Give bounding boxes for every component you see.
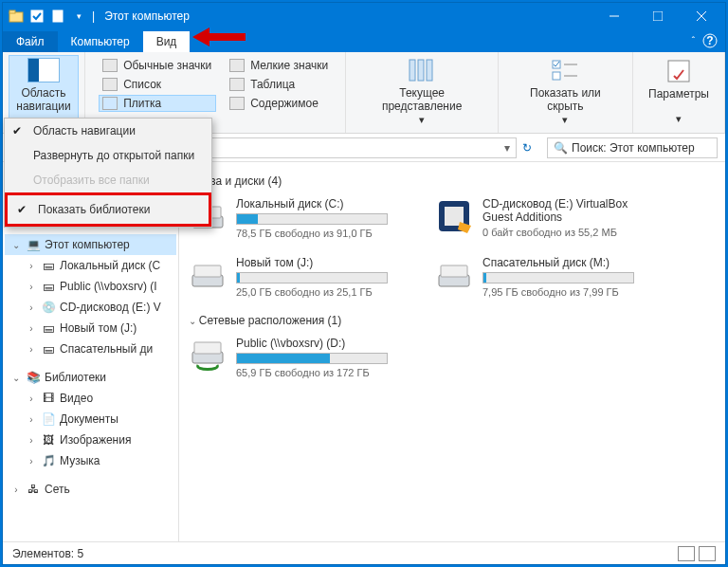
svg-rect-3 (53, 10, 63, 22)
libraries-icon: 📚 (26, 370, 41, 385)
svg-rect-11 (410, 60, 415, 81)
tree-docs[interactable]: ›📄Документы (5, 409, 176, 430)
tree-cddrive[interactable]: ›💿CD-дисковод (E:) V (5, 297, 176, 318)
tree-libraries[interactable]: ⌄📚Библиотеки (5, 367, 176, 388)
tree-thispc[interactable]: ⌄💻Этот компьютер (5, 234, 176, 255)
qat-dropdown-icon[interactable]: ▾ (71, 9, 86, 24)
tree-music[interactable]: ›🎵Музыка (5, 450, 176, 471)
tab-view[interactable]: Вид (143, 31, 191, 52)
svg-marker-8 (192, 27, 246, 46)
view-small[interactable]: Мелкие значки (226, 57, 332, 74)
vbox-icon (435, 197, 473, 235)
svg-rect-28 (441, 265, 467, 277)
view-table[interactable]: Таблица (226, 76, 332, 93)
svg-rect-13 (427, 60, 432, 81)
tree-network[interactable]: ›🖧Сеть (5, 479, 176, 500)
netdrives-grid: Public (\\vboxsrv) (D:)65,9 ГБ свободно … (189, 337, 716, 378)
section-devices[interactable]: ⌄ ства и диски (4) (189, 174, 716, 188)
checkbox-list-icon (550, 58, 580, 82)
help-icon[interactable]: ? (702, 33, 718, 48)
netdrive-icon: 🖴 (41, 279, 56, 294)
dropdown-expand[interactable]: Развернуть до открытой папки (5, 143, 211, 168)
view-list: Обычные значки Мелкие значки Список Табл… (95, 55, 336, 114)
drive-icon: 🖴 (41, 341, 56, 357)
drive-vbox[interactable]: CD-дисковод (E:) VirtualBox Guest Additi… (435, 197, 653, 239)
section-network[interactable]: ⌄ Сетевые расположения (1) (189, 313, 716, 327)
ribbon-group-showhide: Показать или скрыть▾ (499, 52, 633, 133)
view-details-icon[interactable] (678, 546, 695, 561)
window: ▾ | Этот компьютер Файл Компьютер Вид ˆ … (2, 2, 726, 565)
chevron-down-icon[interactable]: ▾ (504, 141, 510, 155)
dropdown-showlibs[interactable]: Показать библиотеки (9, 197, 207, 222)
svg-rect-30 (194, 342, 221, 354)
options-icon (664, 59, 694, 83)
view-list[interactable]: Список (99, 76, 216, 93)
svg-rect-18 (668, 61, 689, 82)
svg-rect-5 (653, 11, 663, 21)
ribbon-help: ˆ ? (692, 33, 718, 48)
status-text: Элементов: 5 (12, 547, 83, 560)
checkbox-icon[interactable] (29, 9, 45, 24)
drive-c[interactable]: Локальный диск (C:)78,5 ГБ свободно из 9… (189, 197, 407, 239)
close-button[interactable] (680, 3, 723, 29)
tab-computer[interactable]: Компьютер (58, 31, 143, 52)
folder-icon (9, 9, 24, 24)
search-icon: 🔍 (554, 141, 568, 155)
columns-icon (407, 58, 437, 82)
annotation-highlight: Показать библиотеки (5, 192, 211, 227)
show-hide-button[interactable]: Показать или скрыть▾ (504, 55, 627, 129)
svg-rect-1 (9, 10, 15, 13)
titlebar: ▾ | Этот компьютер (3, 3, 725, 29)
drive-icon: 🖴 (41, 258, 56, 273)
refresh-button[interactable]: ↻ (522, 141, 541, 155)
ribbon-tabbar: Файл Компьютер Вид ˆ ? (3, 29, 725, 52)
drive-m[interactable]: Спасательный диск (M:)7,95 ГБ свободно и… (435, 256, 653, 298)
navigation-pane-icon (27, 58, 60, 82)
navigation-pane-dropdown: Область навигации Развернуть до открытой… (4, 118, 212, 228)
docs-icon: 📄 (41, 412, 56, 427)
options-button[interactable]: Параметры▾ (639, 55, 719, 129)
tree-public[interactable]: ›🖴Public (\\vboxsrv) (I (5, 276, 176, 297)
quick-access-toolbar: ▾ | (5, 9, 95, 24)
content-pane: ⌄ ства и диски (4) Локальный диск (C:)78… (179, 162, 725, 541)
tab-file[interactable]: Файл (3, 31, 58, 52)
minimize-button[interactable] (592, 3, 636, 29)
tree-newvol[interactable]: ›🖴Новый том (J:) (5, 318, 176, 338)
search-input[interactable]: 🔍Поиск: Этот компьютер (547, 137, 718, 158)
tree-images[interactable]: ›🖼Изображения (5, 430, 176, 450)
ribbon-group-options: Параметры▾ (633, 52, 725, 133)
status-bar: Элементов: 5 (3, 541, 725, 564)
view-tiles[interactable]: Плитка (99, 95, 216, 112)
tree-video[interactable]: ›🎞Видео (5, 388, 176, 409)
dropdown-allfolders[interactable]: Отобразить все папки (5, 168, 211, 192)
current-view-button[interactable]: Текущее представление▾ (352, 55, 491, 129)
music-icon: 🎵 (41, 453, 56, 468)
view-medium[interactable]: Обычные значки (99, 57, 216, 74)
window-title: Этот компьютер (104, 9, 190, 23)
cd-icon: 💿 (41, 300, 56, 315)
computer-icon: 💻 (26, 237, 41, 252)
netdrive-icon (189, 337, 227, 375)
ribbon-group-currentview: Текущее представление▾ (346, 52, 498, 133)
collapse-ribbon-icon[interactable]: ˆ (692, 36, 695, 46)
drive-j[interactable]: Новый том (J:)25,0 ГБ свободно из 25,1 Г… (189, 256, 407, 298)
annotation-arrow-icon (192, 26, 246, 48)
network-icon: 🖧 (26, 482, 41, 497)
view-large-icon[interactable] (699, 546, 716, 561)
dropdown-navpane[interactable]: Область навигации (5, 119, 211, 143)
tree-localc[interactable]: ›🖴Локальный диск (C (5, 255, 176, 276)
maximize-button[interactable] (636, 3, 680, 29)
images-icon: 🖼 (41, 432, 56, 448)
svg-text:?: ? (706, 34, 713, 47)
svg-rect-26 (194, 265, 221, 277)
svg-rect-2 (31, 10, 43, 22)
page-icon[interactable] (50, 9, 65, 24)
view-content[interactable]: Содержимое (226, 95, 332, 112)
drives-grid: Локальный диск (C:)78,5 ГБ свободно из 9… (189, 197, 716, 298)
tree-rescue[interactable]: ›🖴Спасательный ди (5, 338, 176, 359)
hdd-icon (435, 256, 473, 294)
video-icon: 🎞 (41, 391, 56, 406)
svg-rect-12 (418, 60, 424, 81)
search-placeholder: Поиск: Этот компьютер (572, 141, 695, 155)
drive-d[interactable]: Public (\\vboxsrv) (D:)65,9 ГБ свободно … (189, 337, 407, 378)
